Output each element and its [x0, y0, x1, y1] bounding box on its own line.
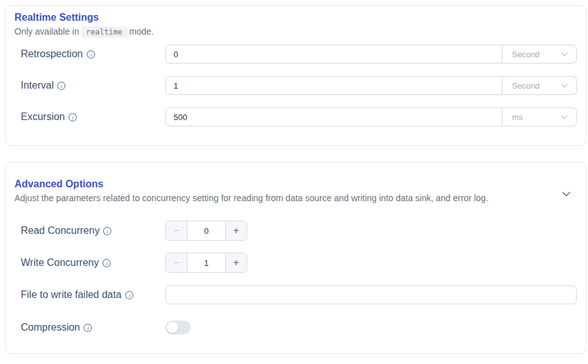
compression-label: Compression i [21, 321, 165, 334]
failed-data-file-label-text: File to write failed data [21, 289, 121, 301]
interval-label: Interval i [21, 79, 165, 92]
read-concurrency-label-text: Read Concurreny [21, 224, 99, 237]
write-concurrency-stepper: − 1 + [165, 253, 247, 273]
retrospection-input-group: Second [165, 45, 577, 63]
description-prefix: Only available in [14, 26, 79, 36]
write-concurrency-label: Write Concurreny i [21, 256, 165, 269]
decrement-button[interactable]: − [166, 221, 187, 240]
realtime-settings-title: Realtime Settings [14, 12, 577, 23]
retrospection-input[interactable] [165, 45, 502, 63]
realtime-settings-rows: Retrospection i Second Interval [21, 45, 577, 126]
retrospection-row: Retrospection i Second [21, 45, 577, 63]
chevron-down-icon [561, 52, 568, 57]
write-concurrency-value[interactable]: 1 [187, 253, 226, 272]
info-icon[interactable]: i [103, 226, 112, 236]
retrospection-label-text: Retrospection [21, 48, 83, 60]
compression-row: Compression i [21, 321, 577, 334]
failed-data-file-label: File to write failed data i [21, 289, 165, 301]
svg-text:i: i [106, 260, 108, 267]
decrement-button[interactable]: − [166, 253, 187, 272]
excursion-label-text: Excursion [21, 111, 65, 123]
info-icon[interactable]: i [125, 290, 134, 300]
unit-select-value: Second [512, 50, 540, 59]
realtime-settings-card: Realtime Settings Only available inrealt… [5, 5, 587, 146]
svg-text:i: i [107, 228, 109, 234]
read-concurrency-stepper: − 0 + [165, 221, 247, 241]
info-icon[interactable]: i [57, 81, 66, 91]
chevron-down-icon [561, 84, 568, 88]
interval-input[interactable] [165, 76, 502, 95]
unit-select-value: ms [512, 113, 523, 122]
advanced-options-title: Advanced Options [14, 179, 577, 189]
increment-button[interactable]: + [226, 221, 247, 240]
read-concurrency-row: Read Concurreny i − 0 + [21, 221, 577, 241]
svg-text:i: i [90, 52, 92, 58]
failed-data-file-row: File to write failed data i [21, 285, 577, 304]
collapse-chevron-icon[interactable] [562, 190, 571, 199]
info-icon[interactable]: i [86, 50, 96, 59]
excursion-input-group: ms [165, 108, 577, 126]
advanced-options-description: Adjust the parameters related to concurr… [14, 192, 577, 204]
excursion-label: Excursion i [21, 111, 165, 123]
interval-unit-select[interactable]: Second [502, 76, 577, 95]
chevron-down-icon [561, 115, 568, 119]
increment-button[interactable]: + [226, 253, 247, 272]
interval-row: Interval i Second [21, 76, 577, 95]
write-concurrency-label-text: Write Concurreny [21, 256, 99, 269]
info-icon[interactable]: i [102, 258, 111, 268]
compression-toggle[interactable] [165, 321, 191, 334]
svg-text:i: i [61, 83, 63, 89]
excursion-input[interactable] [165, 108, 502, 126]
svg-text:i: i [72, 114, 74, 121]
interval-input-group: Second [165, 76, 577, 95]
compression-label-text: Compression [21, 321, 80, 334]
read-concurrency-label: Read Concurreny i [21, 224, 165, 237]
info-icon[interactable]: i [68, 113, 77, 122]
description-suffix: mode. [130, 26, 154, 36]
excursion-unit-select[interactable]: ms [502, 108, 577, 126]
realtime-mode-chip: realtime [81, 26, 128, 38]
unit-select-value: Second [512, 81, 540, 91]
read-concurrency-value[interactable]: 0 [187, 221, 226, 240]
svg-text:i: i [129, 292, 131, 299]
advanced-options-rows: Read Concurreny i − 0 + Write Concurreny… [21, 221, 577, 334]
write-concurrency-row: Write Concurreny i − 1 + [21, 253, 577, 273]
settings-page: Realtime Settings Only available inrealt… [0, 0, 588, 354]
advanced-options-card: Advanced Options Adjust the parameters r… [5, 162, 587, 354]
realtime-settings-description: Only available inrealtimemode. [14, 26, 577, 38]
retrospection-unit-select[interactable]: Second [502, 45, 577, 63]
svg-text:i: i [87, 325, 89, 331]
excursion-row: Excursion i ms [21, 108, 577, 126]
failed-data-file-input[interactable] [165, 285, 577, 304]
info-icon[interactable]: i [83, 323, 92, 333]
retrospection-label: Retrospection i [21, 48, 165, 60]
toggle-knob [167, 322, 178, 333]
interval-label-text: Interval [21, 79, 53, 92]
